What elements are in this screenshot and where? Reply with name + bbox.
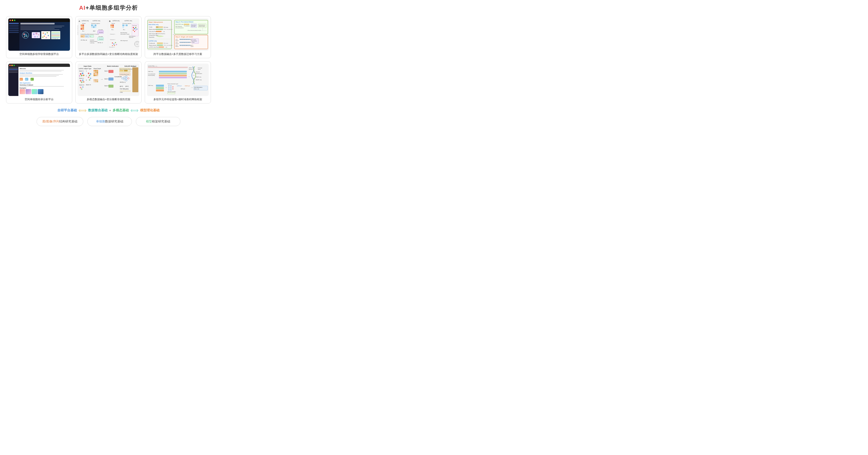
svg-point-16 [48, 35, 49, 36]
basis2-highlight: 单细胞 [96, 120, 105, 123]
svg-rect-227 [94, 79, 95, 81]
svg-rect-131 [157, 45, 163, 46]
svg-text:scATAC-seq: scATAC-seq [149, 40, 157, 42]
svg-point-302 [168, 87, 169, 89]
tissue-section-svg [31, 31, 40, 39]
sidebar-line-4 [9, 28, 19, 29]
basis-model: 模型框架研究基础 [136, 117, 180, 126]
svg-text:Confounding Factor: Confounding Factor [120, 74, 130, 75]
svg-point-12 [43, 33, 44, 34]
svg-point-100 [115, 42, 116, 43]
svg-rect-128 [157, 43, 163, 44]
svg-line-259 [125, 79, 126, 80]
svg-rect-73 [112, 26, 114, 28]
svg-point-89 [136, 29, 137, 30]
svg-rect-78 [126, 25, 128, 26]
svg-text:Bulk ATAC-seq: Bulk ATAC-seq [149, 24, 158, 26]
svg-line-255 [123, 78, 124, 79]
card-spatial-bone: Full-length seq 空间单细胞多组学软骨病数据平台 [6, 16, 72, 58]
svg-text:Lθ: Lθ [31, 79, 32, 80]
svg-rect-296 [156, 85, 164, 87]
svg-rect-46 [93, 26, 95, 28]
card1-label: 空间单细胞多组学软骨病数据平台 [20, 52, 59, 56]
svg-text:X₁₁: X₁₁ [123, 29, 125, 30]
svg-rect-281 [159, 71, 187, 72]
svg-text:scATAC-seq Peaks: scATAC-seq Peaks [149, 46, 159, 48]
card4-main: Welcome Analysis Workflow R [19, 67, 70, 96]
svg-point-189 [80, 73, 82, 75]
svg-text:MHCpG: MHCpG [181, 88, 185, 90]
svg-rect-70 [111, 25, 112, 26]
card4-line6 [20, 86, 64, 87]
svg-text:cell 1: cell 1 [176, 39, 178, 40]
card3-diagram-svg: Step1: Data process Bulk ATAC-seq Profil… [147, 19, 209, 51]
cards-grid: Full-length seq 空间单细胞多组学软骨病数据平台 A B [6, 16, 211, 103]
svg-text:value: value [198, 69, 201, 70]
left-double-arrow: ⟺ [79, 107, 87, 114]
ex4 [38, 89, 43, 94]
basis-structure: 图/图像/序列结构研究基础 [37, 117, 83, 126]
dot-red [9, 20, 11, 21]
svg-text:Fully connected Layer: Fully connected Layer [167, 83, 178, 85]
svg-point-197 [81, 82, 83, 83]
svg-point-98 [112, 42, 113, 44]
card4-topbar [8, 64, 70, 67]
svg-rect-77 [124, 25, 126, 26]
card4-workflow: Rxy → mθ → Lθ [20, 77, 69, 82]
svg-text:Xc1: Xc1 [93, 30, 95, 32]
svg-point-301 [168, 85, 169, 87]
sidebar-line-1 [9, 23, 19, 24]
svg-point-303 [168, 89, 169, 91]
svg-text:Rxy: Rxy [20, 79, 22, 80]
svg-text:2: 2 [86, 75, 87, 76]
svg-text:WaSh seq: WaSh seq [196, 76, 201, 77]
svg-text:h₁ l₁: h₁ l₁ [86, 36, 88, 37]
svg-rect-116 [156, 29, 163, 30]
svg-text:Uniqueness 36bp: Uniqueness 36bp [149, 35, 158, 36]
card4-image: Welcome Analysis Workflow R [8, 64, 70, 96]
card4-web-app: Web Application [20, 82, 69, 84]
s3 [9, 70, 18, 71]
svg-point-252 [126, 79, 127, 81]
svg-text:0.13 0.20 0.02  0.21 0.04 0.25: 0.13 0.20 0.02 0.21 0.04 0.25 [180, 42, 191, 43]
svg-text:peak i: peak i [191, 46, 193, 47]
svg-text:Batch Indicator: Batch Indicator [107, 65, 119, 67]
svg-point-88 [134, 31, 135, 32]
svg-text:Multi-Modality: Multi-Modality [121, 32, 127, 33]
card4-ui-bg: Welcome Analysis Workflow R [8, 64, 70, 96]
svg-text:h₁ l₁: h₁ l₁ [81, 36, 83, 37]
svg-rect-310 [167, 92, 175, 94]
svg-text:min d(x₁, x₂): min d(x₁, x₂) [81, 39, 87, 41]
svg-text:Decoder: Decoder [98, 36, 103, 37]
svg-point-8 [38, 34, 39, 36]
svg-text:Bigwig signals: Bigwig signals [149, 29, 156, 30]
svg-rect-76 [122, 25, 124, 26]
svg-text:Bigwig signals: Bigwig signals [149, 45, 156, 46]
svg-point-307 [172, 86, 174, 88]
svg-rect-72 [111, 26, 112, 28]
svg-rect-36 [81, 26, 82, 28]
svg-text:Embedding Methods: Embedding Methods [81, 34, 92, 35]
card4-examples: Examples [20, 87, 69, 89]
svg-text:Genes: Genes [112, 23, 115, 24]
page-container: AI+单细胞多组学分析 [6, 4, 211, 126]
card4-dot-red [9, 65, 11, 66]
svg-point-15 [44, 36, 45, 37]
svg-rect-44 [95, 25, 96, 26]
svg-text:ATCA/CATGATCA: ATCA/CATGATCA [176, 28, 184, 29]
foundation-row: 自研平台基础 ⟺ 数据整合基础 + 多模态基础 ⟺ 模型理论基础 [6, 107, 211, 114]
svg-point-14 [47, 32, 48, 33]
svg-text:→: → [188, 75, 190, 78]
svg-point-196 [82, 79, 84, 81]
card4-analysis: Analysis Workflow [20, 72, 69, 74]
svg-rect-297 [156, 87, 164, 89]
card-transfer-learning: Step1: Data process Bulk ATAC-seq Profil… [145, 16, 211, 58]
card5-label: 多模态数据融合+变分推断非线性挖掘 [87, 98, 130, 101]
svg-point-86 [133, 30, 134, 31]
svg-point-251 [126, 77, 127, 79]
svg-rect-140 [184, 24, 189, 25]
card1-image: Full-length seq [8, 19, 70, 51]
svg-point-190 [82, 72, 84, 74]
svg-text:ing model: ing model [191, 26, 195, 27]
svg-text:SRA data: SRA data [163, 43, 168, 44]
